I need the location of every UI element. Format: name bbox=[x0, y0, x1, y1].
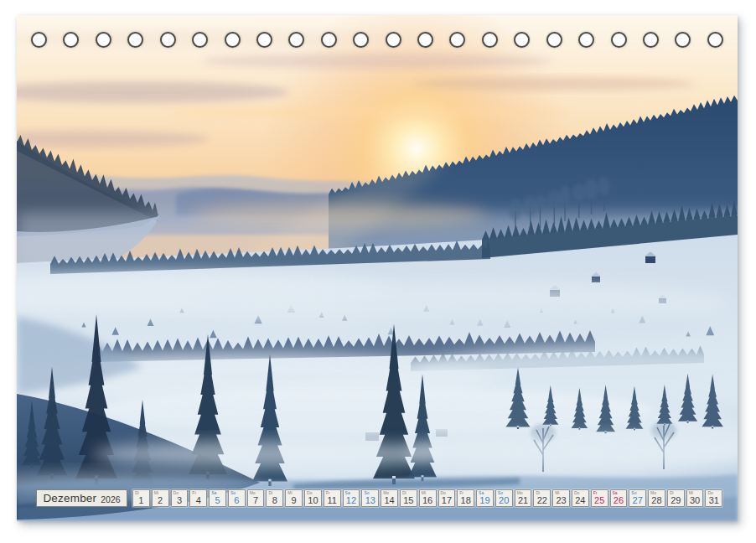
day-number: 7 bbox=[248, 496, 264, 505]
binding-hole bbox=[482, 32, 498, 48]
day-cell: Mi 2 bbox=[152, 489, 169, 507]
day-number: 6 bbox=[229, 496, 245, 505]
binding-hole bbox=[449, 32, 465, 48]
day-number: 21 bbox=[515, 496, 531, 505]
binding-hole bbox=[386, 32, 401, 48]
day-cell: Do 17 bbox=[438, 489, 456, 507]
calendar-page: Dezember 2026 Di 1 Mi 2 Do 3 Fr 4 Sa 5 S… bbox=[17, 15, 738, 521]
day-number: 1 bbox=[133, 496, 149, 505]
day-number: 17 bbox=[439, 496, 455, 505]
day-cell: Sa 12 bbox=[343, 489, 360, 507]
day-cell: Mo 14 bbox=[381, 489, 398, 507]
day-cell: Fr 11 bbox=[324, 489, 341, 507]
day-cell: Fr 25 bbox=[591, 489, 608, 507]
day-number: 14 bbox=[381, 496, 397, 505]
day-cell: Do 31 bbox=[705, 489, 722, 507]
day-cell: So 13 bbox=[361, 489, 379, 507]
day-number: 28 bbox=[649, 496, 665, 505]
binding-hole bbox=[353, 32, 369, 48]
day-cell: Mi 9 bbox=[285, 489, 303, 507]
winter-landscape-photo bbox=[17, 15, 738, 521]
day-number: 23 bbox=[553, 496, 569, 505]
day-number: 4 bbox=[190, 496, 206, 505]
day-number: 26 bbox=[611, 496, 627, 505]
day-cell: Do 3 bbox=[171, 489, 189, 507]
day-number: 18 bbox=[458, 496, 474, 505]
binding-hole bbox=[31, 32, 47, 48]
binding-hole bbox=[417, 32, 433, 48]
day-cell: Mo 7 bbox=[247, 489, 265, 507]
day-cell: Mi 16 bbox=[419, 489, 437, 507]
day-cell: Di 15 bbox=[400, 489, 417, 507]
day-cell: Do 24 bbox=[572, 489, 589, 507]
binding-hole bbox=[256, 32, 272, 48]
day-cell: Fr 4 bbox=[189, 489, 207, 507]
binding-hole bbox=[225, 32, 241, 48]
day-number: 3 bbox=[172, 496, 188, 505]
binding-hole bbox=[546, 32, 562, 48]
day-cell: Di 29 bbox=[667, 489, 685, 507]
day-cell: Di 8 bbox=[266, 489, 283, 507]
day-cell: Di 1 bbox=[132, 489, 150, 507]
day-cell: Mi 30 bbox=[686, 489, 704, 507]
binding-hole bbox=[611, 32, 627, 48]
day-number: 20 bbox=[496, 496, 512, 505]
binding-hole bbox=[321, 32, 337, 48]
day-number: 22 bbox=[534, 496, 550, 505]
binding-hole bbox=[63, 32, 79, 48]
day-number: 29 bbox=[668, 496, 684, 505]
day-number: 24 bbox=[572, 496, 588, 505]
day-number: 15 bbox=[401, 496, 417, 505]
day-number: 10 bbox=[305, 496, 321, 505]
day-cell: Sa 26 bbox=[610, 489, 628, 507]
day-number: 9 bbox=[286, 496, 302, 505]
day-number: 12 bbox=[344, 496, 360, 505]
day-cell: Mi 23 bbox=[552, 489, 570, 507]
day-cell: So 20 bbox=[495, 489, 513, 507]
day-cell: So 27 bbox=[629, 489, 646, 507]
year-label: 2026 bbox=[101, 494, 120, 504]
day-cell: Sa 19 bbox=[476, 489, 494, 507]
binding-hole bbox=[578, 32, 594, 48]
day-cell: Mo 28 bbox=[648, 489, 665, 507]
day-cell: Mo 21 bbox=[515, 489, 532, 507]
month-label-box: Dezember 2026 bbox=[36, 489, 127, 507]
spiral-binding-holes bbox=[31, 32, 723, 48]
binding-hole bbox=[707, 32, 723, 48]
day-cell: So 6 bbox=[228, 489, 246, 507]
month-name: Dezember bbox=[43, 492, 96, 504]
day-number: 13 bbox=[362, 496, 378, 505]
day-cell: Sa 5 bbox=[209, 489, 226, 507]
binding-hole bbox=[192, 32, 208, 48]
binding-hole bbox=[514, 32, 530, 48]
binding-hole bbox=[160, 32, 176, 48]
day-number: 11 bbox=[324, 496, 340, 505]
day-number: 19 bbox=[477, 496, 493, 505]
day-number: 27 bbox=[629, 496, 645, 505]
calendar-strip: Dezember 2026 Di 1 Mi 2 Do 3 Fr 4 Sa 5 S… bbox=[36, 489, 722, 507]
binding-hole bbox=[643, 32, 659, 48]
day-number: 25 bbox=[592, 496, 608, 505]
binding-hole bbox=[288, 32, 304, 48]
day-number: 31 bbox=[706, 496, 722, 505]
day-cell: Do 10 bbox=[304, 489, 322, 507]
binding-hole bbox=[675, 32, 691, 48]
day-number: 30 bbox=[687, 496, 703, 505]
day-number: 5 bbox=[210, 496, 225, 505]
binding-hole bbox=[127, 32, 143, 48]
day-number: 8 bbox=[267, 496, 282, 505]
day-number: 2 bbox=[153, 496, 168, 505]
day-number: 16 bbox=[420, 496, 436, 505]
binding-hole bbox=[96, 32, 111, 48]
days-row: Di 1 Mi 2 Do 3 Fr 4 Sa 5 So 6 Mo 7 Di 8 … bbox=[132, 489, 722, 507]
day-cell: Fr 18 bbox=[457, 489, 474, 507]
day-cell: Di 22 bbox=[533, 489, 551, 507]
